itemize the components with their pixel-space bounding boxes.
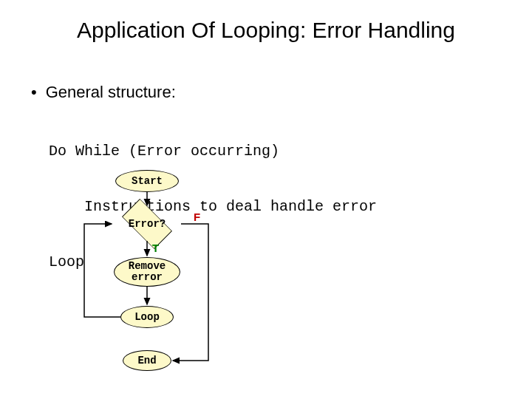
flowchart: Start Error? T F Remove error Loop End xyxy=(49,170,256,392)
code-line-1: Do While (Error occurring) xyxy=(49,142,377,160)
page-title: Application Of Looping: Error Handling xyxy=(0,18,532,43)
bullet-general-structure: General structure: xyxy=(31,83,176,102)
slide: Application Of Looping: Error Handling G… xyxy=(0,0,532,399)
flow-arrows xyxy=(49,170,256,392)
